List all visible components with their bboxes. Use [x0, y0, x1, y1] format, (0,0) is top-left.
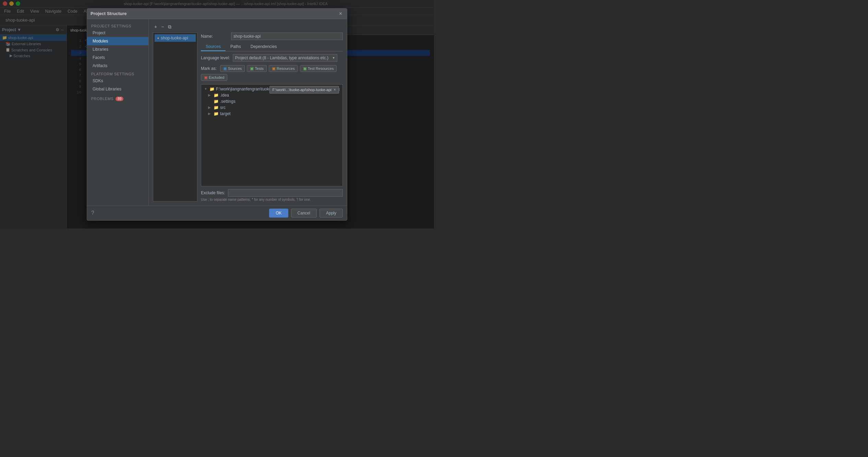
exclude-files-input[interactable] [228, 189, 343, 197]
footer-buttons: OK Cancel Apply [269, 209, 343, 218]
ftree-src-arrow: ▶ [208, 106, 212, 109]
module-list-item-shop[interactable]: ▪ shop-tuoke-api [155, 34, 196, 42]
dialog-nav: Project Settings Project Modules Librari… [87, 19, 149, 206]
tab-dependencies[interactable]: Dependencies [246, 43, 282, 51]
dialog-footer: ? OK Cancel Apply [87, 206, 347, 220]
remove-module-button[interactable]: − [160, 23, 165, 30]
name-field-row: Name: [201, 33, 343, 40]
ftree-idea-arrow: ▶ [208, 93, 212, 97]
ftree-settings[interactable]: 📁 .settings [203, 98, 341, 104]
ftree-target-label: target [220, 111, 231, 116]
ftree-idea-label: .idea [220, 93, 229, 98]
sources-icon: ▣ [223, 66, 227, 71]
path-tooltip-close[interactable]: × [334, 87, 336, 92]
nav-item-facets[interactable]: Facets [87, 53, 148, 62]
project-structure-dialog: Project Structure × Project Settings Pro… [87, 8, 347, 221]
module-detail: Name: Sources Paths Dependencies Languag… [201, 33, 343, 201]
module-list: ▪ shop-tuoke-api [153, 33, 197, 201]
dialog-titlebar: Project Structure × [87, 9, 347, 19]
lang-level-select-wrapper: Project default (8 - Lambdas, type annot… [233, 54, 337, 62]
ftree-idea-icon: 📁 [214, 93, 219, 98]
ftree-settings-icon: 📁 [214, 99, 219, 104]
ftree-root-folder-icon: 📁 [209, 87, 215, 91]
platform-settings-section-label: Platform Settings [87, 70, 148, 77]
problems-badge: 89 [116, 97, 123, 101]
add-module-button[interactable]: + [153, 23, 158, 30]
mark-tests-button[interactable]: ▣ Tests [247, 65, 267, 72]
ftree-settings-label: .settings [220, 99, 236, 104]
dialog-body: Project Settings Project Modules Librari… [87, 19, 347, 206]
nav-item-sdks[interactable]: SDKs [87, 77, 148, 85]
module-tab-row: Sources Paths Dependencies [201, 43, 343, 51]
excluded-icon: ▣ [204, 75, 208, 80]
help-button[interactable]: ? [91, 210, 94, 216]
nav-item-project[interactable]: Project [87, 29, 148, 37]
ftree-root-arrow: ▼ [204, 87, 208, 91]
project-settings-section-label: Project Settings [87, 22, 148, 29]
test-resources-icon: ▣ [303, 66, 307, 71]
exclude-files-label: Exclude files: [201, 190, 225, 195]
dialog-right-content: + − ⧉ ▪ shop-tuoke-api [149, 19, 347, 206]
module-toolbar: + − ⧉ [153, 23, 343, 30]
cancel-button[interactable]: Cancel [291, 209, 317, 218]
nav-item-global-libs[interactable]: Global Libraries [87, 85, 148, 93]
dialog-overlay: Project Structure × Project Settings Pro… [0, 0, 434, 228]
mark-resources-button[interactable]: ▣ Resources [269, 65, 298, 72]
mark-sources-button[interactable]: ▣ Sources [220, 65, 245, 72]
mark-as-row: Mark as: ▣ Sources ▣ Tests ▣ [201, 65, 343, 81]
mark-excluded-button[interactable]: ▣ Excluded [201, 74, 227, 81]
exclude-files-row: Exclude files: [201, 189, 343, 197]
path-tooltip-value: F:\work\...\tuoke-api\shop-tuoke-api [273, 88, 331, 92]
tests-icon: ▣ [250, 66, 254, 71]
copy-module-button[interactable]: ⧉ [167, 23, 173, 30]
apply-button[interactable]: Apply [320, 209, 343, 218]
ftree-src-icon: 📁 [214, 105, 219, 110]
resources-icon: ▣ [272, 66, 276, 71]
tab-paths[interactable]: Paths [226, 43, 246, 51]
lang-level-label: Language level: [201, 55, 230, 60]
ok-button[interactable]: OK [269, 209, 288, 218]
lang-level-select[interactable]: Project default (8 - Lambdas, type annot… [233, 54, 337, 62]
path-tooltip: F:\work\...\tuoke-api\shop-tuoke-api × [269, 86, 339, 94]
dialog-close-button[interactable]: × [338, 11, 343, 17]
file-tree-area: + Add Content Root ▼ 📁 F:\work\jiangnanf… [201, 84, 343, 186]
mark-test-resources-label: Test Resources [308, 66, 334, 71]
dialog-title: Project Structure [91, 11, 338, 16]
nav-item-libraries[interactable]: Libraries [87, 45, 148, 53]
name-label: Name: [201, 34, 228, 39]
name-input[interactable] [231, 33, 343, 40]
exclude-hint: Use ; to separate name patterns, * for a… [201, 198, 343, 201]
mark-resources-label: Resources [277, 66, 295, 71]
lang-level-row: Language level: Project default (8 - Lam… [201, 54, 343, 62]
nav-item-artifacts[interactable]: Artifacts [87, 62, 148, 70]
mark-excluded-label: Excluded [209, 75, 224, 79]
nav-item-modules[interactable]: Modules [87, 37, 148, 45]
module-detail-area: ▪ shop-tuoke-api Name: Source [153, 33, 343, 201]
problems-section-label: Problems [91, 97, 113, 101]
ftree-src[interactable]: ▶ 📁 src [203, 104, 341, 111]
mark-tests-label: Tests [255, 66, 264, 71]
ftree-target-icon: 📁 [214, 111, 219, 116]
ftree-target-arrow: ▶ [208, 112, 212, 115]
module-icon: ▪ [157, 36, 159, 40]
mark-as-label: Mark as: [201, 66, 217, 71]
module-item-label: shop-tuoke-api [161, 36, 188, 40]
tab-sources[interactable]: Sources [201, 43, 226, 51]
mark-test-resources-button[interactable]: ▣ Test Resources [300, 65, 337, 72]
ftree-src-label: src [220, 105, 226, 110]
mark-sources-label: Sources [228, 66, 242, 71]
ftree-target[interactable]: ▶ 📁 target [203, 111, 341, 117]
